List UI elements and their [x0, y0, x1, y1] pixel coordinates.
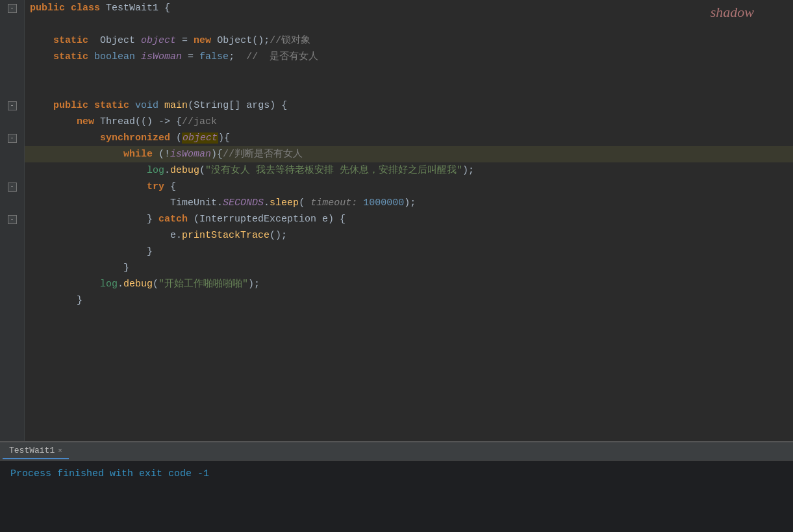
code-line-11: log.debug("没有女人 我去等待老板安排 先休息，安排好之后叫醒我");: [25, 162, 793, 179]
line-19-content: }: [25, 292, 793, 309]
code-line-4: static boolean isWoman = false; // 是否有女人: [25, 49, 793, 65]
code-line-8: new Thread(() -> {//jack: [25, 114, 793, 130]
gutter-line-6: [0, 81, 24, 97]
gutter-line-8: [0, 114, 24, 130]
line-16-content: }: [25, 244, 793, 260]
code-line-9: synchronized (object){: [25, 130, 793, 146]
gutter-line-15: [0, 227, 24, 244]
bottom-panel: TestWait1 × Process finished with exit c…: [0, 441, 793, 532]
code-line-7: public static void main(String[] args) {: [25, 97, 793, 114]
line-5-content: [25, 65, 793, 81]
line-17-content: }: [25, 260, 793, 276]
bottom-tab-bar: TestWait1 ×: [0, 442, 793, 461]
bottom-tab-close-icon[interactable]: ×: [58, 447, 62, 455]
gutter-line-17: [0, 260, 24, 276]
fold-line-14[interactable]: -: [0, 211, 24, 227]
gutter-line-19: [0, 292, 24, 309]
console-output: Process finished with exit code -1: [0, 461, 793, 487]
line-3-content: static Object object = new Object();//锁对…: [25, 32, 793, 49]
code-line-15: e.printStackTrace();: [25, 227, 793, 244]
code-line-14: } catch (InterruptedException e) {: [25, 211, 793, 227]
gutter-line-3: [0, 32, 24, 49]
console-output-text: Process finished with exit code -1: [10, 468, 209, 479]
bottom-tab-label: TestWait1: [9, 446, 55, 455]
line-15-content: e.printStackTrace();: [25, 227, 793, 244]
line-12-content: try {: [25, 179, 793, 195]
gutter-line-2: [0, 16, 24, 32]
editor-area: - - - - - shadow public class TestWait1 …: [0, 0, 793, 441]
code-line-1: public class TestWait1 {: [25, 0, 793, 16]
code-line-13: TimeUnit.SECONDS.sleep( timeout: 1000000…: [25, 195, 793, 211]
gutter-line-11: [0, 162, 24, 179]
line-18-content: log.debug("开始工作啪啪啪啪");: [25, 276, 793, 292]
code-line-17: }: [25, 260, 793, 276]
gutter-line-18: [0, 276, 24, 292]
code-line-3: static Object object = new Object();//锁对…: [25, 32, 793, 49]
code-line-5: [25, 65, 793, 81]
code-line-18: log.debug("开始工作啪啪啪啪");: [25, 276, 793, 292]
line-2-content: [25, 16, 793, 32]
code-line-12: try {: [25, 179, 793, 195]
line-8-content: new Thread(() -> {//jack: [25, 114, 793, 130]
code-line-6: [25, 81, 793, 97]
line-6-content: [25, 81, 793, 97]
line-10-content: while (!isWoman){//判断是否有女人: [25, 146, 793, 162]
line-1-content: public class TestWait1 {: [25, 0, 793, 16]
code-line-2: [25, 16, 793, 32]
fold-line-12[interactable]: -: [0, 179, 24, 195]
code-line-19: }: [25, 292, 793, 309]
line-4-content: static boolean isWoman = false; // 是否有女人: [25, 49, 793, 65]
code-line-10: while (!isWoman){//判断是否有女人: [25, 146, 793, 162]
code-line-16: }: [25, 244, 793, 260]
fold-line-1[interactable]: -: [0, 0, 24, 16]
bottom-tab-testwait1[interactable]: TestWait1 ×: [3, 443, 69, 459]
gutter-line-13: [0, 195, 24, 211]
line-14-content: } catch (InterruptedException e) {: [25, 211, 793, 227]
gutter-line-5: [0, 65, 24, 81]
line-7-content: public static void main(String[] args) {: [25, 97, 793, 114]
line-gutter: - - - - -: [0, 0, 25, 441]
fold-line-7[interactable]: -: [0, 97, 24, 114]
gutter-line-10: [0, 146, 24, 162]
line-11-content: log.debug("没有女人 我去等待老板安排 先休息，安排好之后叫醒我");: [25, 162, 793, 179]
gutter-line-4: [0, 49, 24, 65]
line-9-content: synchronized (object){: [25, 130, 793, 146]
line-13-content: TimeUnit.SECONDS.sleep( timeout: 1000000…: [25, 195, 793, 211]
code-editor[interactable]: shadow public class TestWait1 { static O…: [25, 0, 793, 441]
gutter-line-16: [0, 244, 24, 260]
fold-line-9[interactable]: -: [0, 130, 24, 146]
